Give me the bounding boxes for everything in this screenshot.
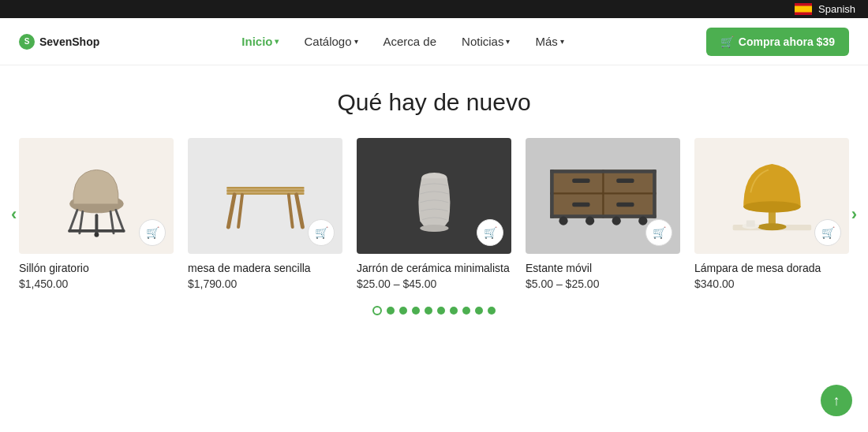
nav-item-mas[interactable]: Más ▾ — [526, 28, 573, 54]
svg-point-31 — [559, 216, 567, 225]
svg-point-32 — [638, 216, 647, 225]
carousel-prev-button[interactable]: ‹ — [5, 199, 23, 229]
svg-point-38 — [743, 201, 800, 212]
product-image-wrap: 🛒 — [19, 138, 174, 254]
chevron-down-icon: ▾ — [560, 37, 564, 46]
carousel-next-button[interactable]: › — [845, 199, 863, 229]
svg-rect-27 — [550, 169, 656, 173]
svg-rect-29 — [550, 169, 553, 218]
spain-flag-icon — [795, 3, 812, 15]
product-image-wrap: 🛒 — [357, 138, 511, 254]
pagination-dot-6[interactable] — [450, 307, 458, 315]
pagination-dot-0[interactable] — [372, 306, 382, 315]
logo-text: SevenShop — [39, 35, 99, 48]
product-image-wrap: 🛒 — [188, 138, 342, 254]
svg-rect-24 — [616, 178, 634, 183]
flag-icon — [795, 3, 812, 15]
svg-line-16 — [238, 195, 242, 227]
product-name: mesa de madera sencilla — [188, 262, 342, 274]
cart-icon: 🛒 — [720, 35, 734, 48]
nav-item-inicio[interactable]: Inicio ▾ — [232, 28, 288, 54]
products-grid: 🛒 Sillón giratorio $1,450.00 — [19, 138, 849, 290]
product-image-wrap: 🛒 — [694, 138, 849, 254]
add-to-cart-button[interactable]: 🛒 — [139, 219, 166, 246]
product-name: Sillón giratorio — [19, 262, 174, 274]
product-card[interactable]: 🛒 Jarrón de cerámica minimalista $25.00 … — [357, 138, 511, 290]
svg-point-19 — [420, 225, 448, 232]
buy-now-button[interactable]: 🛒 Compra ahora $39 — [706, 28, 849, 56]
svg-line-4 — [115, 210, 123, 230]
pagination-dots — [19, 306, 849, 315]
svg-line-15 — [296, 195, 302, 227]
pagination-dot-9[interactable] — [488, 307, 496, 315]
pagination-dot-3[interactable] — [412, 307, 420, 315]
svg-rect-30 — [653, 169, 656, 218]
section-title: Qué hay de nuevo — [19, 89, 849, 116]
product-card[interactable]: 🛒 mesa de madera sencilla $1,790.00 — [188, 138, 342, 290]
svg-rect-40 — [746, 220, 754, 226]
product-card[interactable]: 🛒 Sillón giratorio $1,450.00 — [19, 138, 174, 290]
product-card[interactable]: 🛒 Lámpara de mesa dorada $340.00 — [694, 138, 849, 290]
product-price: $25.00 – $45.00 — [357, 277, 511, 290]
logo[interactable]: S SevenShop — [19, 34, 99, 50]
nav-item-catalogo[interactable]: Catálogo ▾ — [294, 28, 367, 54]
svg-rect-23 — [572, 178, 589, 183]
svg-point-33 — [586, 216, 594, 225]
svg-line-14 — [228, 195, 234, 227]
svg-rect-13 — [226, 193, 304, 195]
product-price: $1,450.00 — [19, 277, 174, 290]
product-image-wrap: 🛒 — [526, 138, 680, 254]
add-to-cart-button[interactable]: 🛒 — [308, 219, 335, 246]
nav-item-noticias[interactable]: Noticias ▾ — [452, 28, 519, 54]
language-label: Spanish — [818, 3, 855, 15]
chevron-down-icon: ▾ — [354, 37, 358, 46]
svg-point-34 — [612, 216, 620, 225]
pagination-dot-8[interactable] — [475, 307, 483, 315]
add-to-cart-button[interactable]: 🛒 — [645, 219, 672, 246]
pagination-dot-1[interactable] — [387, 307, 395, 315]
svg-rect-26 — [616, 202, 634, 207]
products-carousel: ‹ — [19, 138, 849, 290]
header: S SevenShop Inicio ▾ Catálogo ▾ Acerca d… — [0, 18, 868, 65]
svg-point-37 — [758, 223, 786, 230]
product-price: $1,790.00 — [188, 277, 342, 290]
pagination-dot-2[interactable] — [399, 307, 407, 315]
logo-icon: S — [19, 34, 35, 50]
nav-item-acerca[interactable]: Acerca de — [374, 28, 447, 54]
product-card[interactable]: 🛒 Estante móvil $5.00 – $25.00 — [526, 138, 680, 290]
svg-point-9 — [94, 233, 99, 237]
svg-rect-12 — [226, 190, 304, 192]
svg-line-3 — [69, 210, 77, 230]
pagination-dot-4[interactable] — [425, 307, 432, 315]
chevron-down-icon: ▾ — [506, 37, 510, 46]
product-name: Estante móvil — [526, 262, 680, 274]
language-bar: Spanish — [0, 0, 868, 18]
svg-line-17 — [288, 195, 292, 227]
svg-rect-1 — [795, 6, 812, 13]
main-nav: Inicio ▾ Catálogo ▾ Acerca de Noticias ▾… — [232, 28, 573, 54]
svg-rect-25 — [572, 202, 589, 207]
svg-rect-11 — [226, 187, 304, 188]
add-to-cart-button[interactable]: 🛒 — [814, 219, 841, 246]
product-name: Jarrón de cerámica minimalista — [357, 262, 511, 274]
product-name: Lámpara de mesa dorada — [694, 262, 849, 274]
pagination-dot-7[interactable] — [462, 307, 470, 315]
product-price: $340.00 — [694, 277, 849, 290]
main-section: Qué hay de nuevo ‹ — [0, 65, 868, 331]
add-to-cart-button[interactable]: 🛒 — [477, 219, 503, 246]
scroll-to-top-button[interactable]: ↑ — [821, 385, 852, 416]
pagination-dot-5[interactable] — [437, 307, 445, 315]
product-price: $5.00 – $25.00 — [526, 277, 680, 290]
chevron-down-icon: ▾ — [275, 37, 279, 46]
